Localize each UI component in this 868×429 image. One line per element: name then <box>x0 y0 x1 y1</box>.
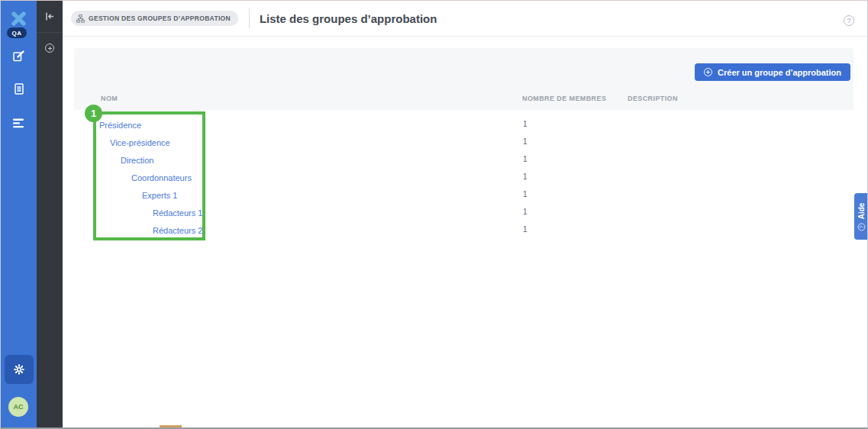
create-group-label: Créer un groupe d’approbation <box>718 68 841 77</box>
sitemap-icon <box>76 15 85 23</box>
group-name-link[interactable]: Experts 1 <box>142 191 177 200</box>
name-cell: Direction <box>74 153 522 166</box>
group-name-link[interactable]: Coordonnateurs <box>131 173 192 182</box>
column-header-description: DESCRIPTION <box>628 95 853 102</box>
gear-icon <box>13 363 25 376</box>
table-header: NOM NOMBRE DE MEMBRES DESCRIPTION <box>74 86 853 110</box>
name-cell: Vice-présidence <box>74 135 522 149</box>
group-name-link[interactable]: Direction <box>121 156 153 165</box>
breadcrumb[interactable]: GESTION DES GROUPES D’APPROBATION <box>71 11 238 26</box>
edit-compose-icon[interactable] <box>1 48 37 63</box>
table-row[interactable]: Coordonnateurs 1 <box>74 168 853 185</box>
table-row[interactable]: Experts 1 1 <box>74 185 853 203</box>
member-count: 1 <box>522 137 628 146</box>
help-tab[interactable]: ? Aide <box>854 193 867 240</box>
member-count: 1 <box>522 208 628 216</box>
name-cell: Experts 1 <box>74 188 522 202</box>
question-circle-icon[interactable]: ? <box>844 15 854 26</box>
table-body: Présidence 1 Vice-présidence 1 Direction… <box>74 110 853 429</box>
table-row[interactable]: Présidence 1 <box>74 115 853 133</box>
help-tab-label: Aide <box>857 202 865 219</box>
content-area: GESTION DES GROUPES D’APPROBATION Liste … <box>63 1 867 427</box>
group-name-link[interactable]: Rédacteurs 1 <box>153 208 202 218</box>
column-header-membres: NOMBRE DE MEMBRES <box>522 95 628 102</box>
main-panel: Créer un groupe d’approbation NOM NOMBRE… <box>63 37 867 427</box>
app-window: QA <box>0 0 868 429</box>
name-cell: Présidence <box>74 118 522 131</box>
column-header-nom: NOM <box>74 95 522 102</box>
table-row[interactable]: Direction 1 <box>74 150 853 168</box>
page-title: Liste des groupes d’approbation <box>260 12 437 25</box>
create-group-button[interactable]: Créer un groupe d’approbation <box>695 63 850 81</box>
collapse-left-icon[interactable] <box>37 1 63 33</box>
member-count: 1 <box>522 173 628 181</box>
table-row[interactable]: Vice-présidence 1 <box>74 133 853 150</box>
environment-badge: QA <box>7 27 27 38</box>
user-avatar[interactable]: AC <box>8 397 28 417</box>
primary-sidebar: QA <box>1 1 37 427</box>
group-name-link[interactable]: Rédacteurs 2 <box>153 226 202 235</box>
header-divider <box>249 8 250 28</box>
list-icon[interactable] <box>1 115 37 131</box>
member-count: 1 <box>522 155 628 163</box>
group-name-link[interactable]: Présidence <box>99 121 141 130</box>
circled-plus-icon <box>704 68 712 76</box>
name-cell: Rédacteurs 1 <box>74 205 522 219</box>
question-circle-icon: ? <box>857 223 865 231</box>
group-name-link[interactable]: Vice-présidence <box>110 138 170 147</box>
breadcrumb-label: GESTION DES GROUPES D’APPROBATION <box>89 15 231 22</box>
annotation-badge: 1 <box>85 105 102 122</box>
member-count: 1 <box>522 225 628 234</box>
name-cell: Coordonnateurs <box>74 170 522 184</box>
settings-button[interactable] <box>5 355 34 384</box>
bottom-scroll-fragment <box>160 425 182 427</box>
table-row[interactable]: Rédacteurs 1 1 <box>74 203 853 221</box>
table-row[interactable]: Rédacteurs 2 1 <box>74 221 853 238</box>
member-count: 1 <box>522 120 628 128</box>
secondary-rail <box>37 1 63 427</box>
app-logo-icon[interactable] <box>8 8 30 29</box>
document-icon[interactable] <box>1 81 37 96</box>
member-count: 1 <box>522 190 628 198</box>
name-cell: Rédacteurs 2 <box>74 223 522 237</box>
page-header: GESTION DES GROUPES D’APPROBATION Liste … <box>63 1 867 37</box>
add-item-icon[interactable] <box>37 33 63 63</box>
groups-card: Créer un groupe d’approbation NOM NOMBRE… <box>74 48 853 429</box>
